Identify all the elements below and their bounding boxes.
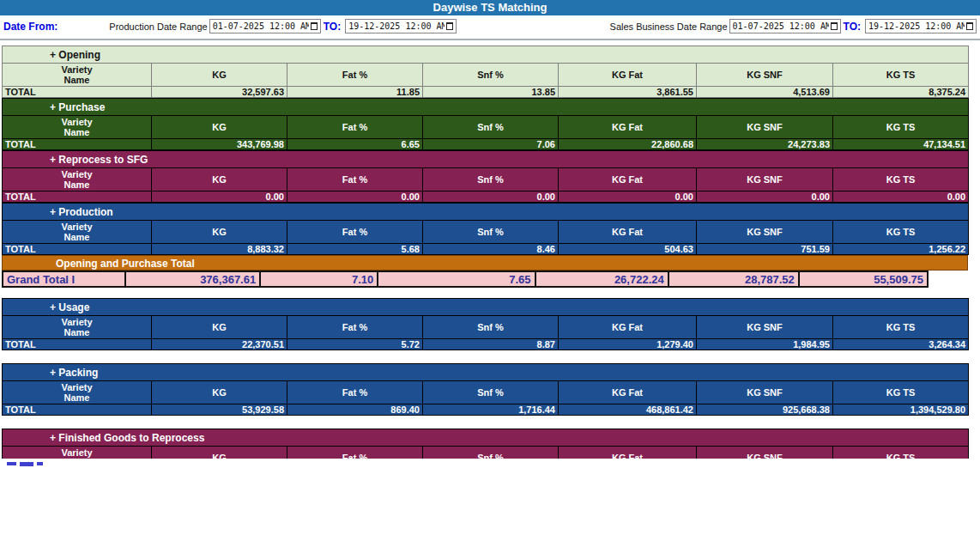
- production-date-to-input[interactable]: [345, 19, 457, 33]
- purchase-total-kg-snf: 24,273.83: [697, 139, 833, 150]
- sales-date-to-input[interactable]: [865, 19, 977, 33]
- total-label: TOTAL: [3, 244, 152, 255]
- sales-date-range-group: Sales Business Date Range TO:: [610, 19, 977, 33]
- packing-total-kg-snf: 925,668.38: [697, 404, 833, 416]
- column-header-fat-pct: Fat %: [287, 168, 423, 192]
- grand-total-snf-pct: 7.65: [378, 271, 535, 287]
- column-header-kg-ts: KG TS: [833, 64, 969, 87]
- reprocess-header-row: Variety Name KG Fat % Snf % KG Fat KG SN…: [3, 168, 969, 192]
- calendar-icon[interactable]: [831, 22, 838, 30]
- usage-section-title[interactable]: + Usage: [3, 299, 969, 316]
- column-header-fat-pct: Fat %: [287, 447, 423, 459]
- opening-and-purchase-total-header: Opening and Purchase Total: [2, 255, 968, 271]
- total-label: TOTAL: [3, 87, 152, 98]
- production-date-from-input[interactable]: [209, 19, 321, 33]
- column-header-kg-ts: KG TS: [833, 221, 969, 244]
- reprocess-to-sfg-section-title[interactable]: + Reprocess to SFG: [3, 151, 969, 168]
- opening-total-kg: 32,597.63: [152, 87, 287, 98]
- production-date-to-value[interactable]: [348, 21, 445, 31]
- sales-date-from-value[interactable]: [733, 21, 829, 31]
- opening-total-row: TOTAL 32,597.63 11.85 13.85 3,861.55 4,5…: [3, 87, 969, 98]
- reprocess-to-sfg-section-table: + Reprocess to SFG Variety Name KG Fat %…: [2, 150, 969, 203]
- usage-total-snf-pct: 8.87: [423, 339, 559, 350]
- sales-date-range-label: Sales Business Date Range: [610, 21, 728, 32]
- grand-total-kg-ts: 55,509.75: [799, 271, 928, 287]
- packing-section-title[interactable]: + Packing: [3, 364, 969, 381]
- production-total-kg-ts: 1,256.22: [833, 244, 969, 255]
- column-header-variety-name: Variety Name: [3, 381, 152, 404]
- production-total-kg-fat: 504.63: [559, 244, 697, 255]
- production-header-row: Variety Name KG Fat % Snf % KG Fat KG SN…: [3, 221, 969, 244]
- calendar-icon[interactable]: [311, 22, 318, 30]
- column-header-kg-ts: KG TS: [833, 447, 969, 459]
- calendar-icon[interactable]: [446, 22, 453, 30]
- column-header-variety-name: Variety Name: [3, 447, 152, 459]
- column-header-kg-fat: KG Fat: [559, 116, 697, 139]
- clipped-link-fragment[interactable]: [7, 462, 980, 466]
- column-header-kg: KG: [152, 316, 287, 339]
- column-header-fat-pct: Fat %: [287, 381, 423, 404]
- purchase-total-snf-pct: 7.06: [423, 139, 559, 150]
- column-header-snf-pct: Snf %: [423, 316, 559, 339]
- reprocess-total-kg-fat: 0.00: [559, 192, 697, 203]
- production-date-range-group: Production Date Range TO:: [109, 19, 457, 33]
- column-header-fat-pct: Fat %: [287, 316, 423, 339]
- reprocess-total-row: TOTAL 0.00 0.00 0.00 0.00 0.00 0.00: [3, 192, 969, 203]
- divider: [0, 39, 980, 40]
- column-header-snf-pct: Snf %: [423, 221, 559, 244]
- packing-total-snf-pct: 1,716.44: [423, 404, 559, 416]
- calendar-icon[interactable]: [966, 22, 973, 30]
- opening-total-kg-ts: 8,375.24: [833, 87, 969, 98]
- column-header-kg-fat: KG Fat: [559, 447, 697, 459]
- usage-total-kg-fat: 1,279.40: [559, 339, 697, 350]
- grand-total-table: Grand Total I 376,367.61 7.10 7.65 26,72…: [2, 271, 929, 288]
- filter-bar: Date From: Production Date Range TO: Sal…: [0, 15, 980, 37]
- production-date-from-value[interactable]: [213, 21, 309, 31]
- column-header-snf-pct: Snf %: [423, 168, 559, 192]
- column-header-kg: KG: [152, 116, 287, 139]
- production-total-kg: 8,883.32: [152, 244, 287, 255]
- column-header-variety-name: Variety Name: [3, 168, 152, 192]
- purchase-total-kg-ts: 47,134.51: [833, 139, 969, 150]
- column-header-kg-fat: KG Fat: [559, 221, 697, 244]
- usage-total-row: TOTAL 22,370.51 5.72 8.87 1,279.40 1,984…: [3, 339, 969, 350]
- column-header-kg-fat: KG Fat: [559, 316, 697, 339]
- production-total-row: TOTAL 8,883.32 5.68 8.46 504.63 751.59 1…: [3, 244, 969, 255]
- finished-goods-section-table: + Finished Goods to Reprocess Variety Na…: [2, 429, 969, 459]
- finished-goods-header-row: Variety Name KG Fat % Snf % KG Fat KG SN…: [3, 447, 969, 459]
- sales-date-to-value[interactable]: [868, 21, 965, 31]
- reprocess-total-kg: 0.00: [152, 192, 287, 203]
- grand-total-kg: 376,367.61: [125, 271, 260, 287]
- packing-total-row: TOTAL 53,929.58 869.40 1,716.44 468,861.…: [3, 404, 969, 416]
- total-label: TOTAL: [3, 192, 152, 203]
- grand-total-kg-fat: 26,722.24: [535, 271, 668, 287]
- opening-total-kg-fat: 3,861.55: [559, 87, 697, 98]
- usage-total-kg-ts: 3,264.34: [833, 339, 969, 350]
- reprocess-total-snf-pct: 0.00: [423, 192, 559, 203]
- column-header-kg-fat: KG Fat: [559, 168, 697, 192]
- column-header-kg-snf: KG SNF: [697, 447, 833, 459]
- column-header-kg: KG: [152, 221, 287, 244]
- purchase-total-row: TOTAL 343,769.98 6.65 7.06 22,860.68 24,…: [3, 139, 969, 150]
- finished-goods-section-title[interactable]: + Finished Goods to Reprocess: [3, 429, 969, 447]
- total-label: TOTAL: [3, 339, 152, 350]
- usage-total-kg-snf: 1,984.95: [697, 339, 833, 350]
- purchase-section-title[interactable]: + Purchase: [3, 99, 969, 116]
- packing-header-row: Variety Name KG Fat % Snf % KG Fat KG SN…: [3, 381, 969, 404]
- column-header-fat-pct: Fat %: [287, 221, 423, 244]
- packing-total-kg: 53,929.58: [152, 404, 287, 416]
- purchase-total-fat-pct: 6.65: [287, 139, 423, 150]
- column-header-kg: KG: [152, 447, 287, 459]
- column-header-kg-snf: KG SNF: [697, 221, 833, 244]
- sales-date-from-input[interactable]: [729, 19, 841, 33]
- purchase-total-kg-fat: 22,860.68: [559, 139, 697, 150]
- production-section-title[interactable]: + Production: [3, 204, 969, 221]
- column-header-variety-name: Variety Name: [3, 316, 152, 339]
- purchase-total-kg: 343,769.98: [152, 139, 287, 150]
- production-total-snf-pct: 8.46: [423, 244, 559, 255]
- reprocess-total-kg-ts: 0.00: [833, 192, 969, 203]
- opening-section-title[interactable]: + Opening: [3, 46, 969, 64]
- date-from-label: Date From:: [3, 21, 57, 33]
- production-total-kg-snf: 751.59: [697, 244, 833, 255]
- column-header-fat-pct: Fat %: [287, 64, 423, 87]
